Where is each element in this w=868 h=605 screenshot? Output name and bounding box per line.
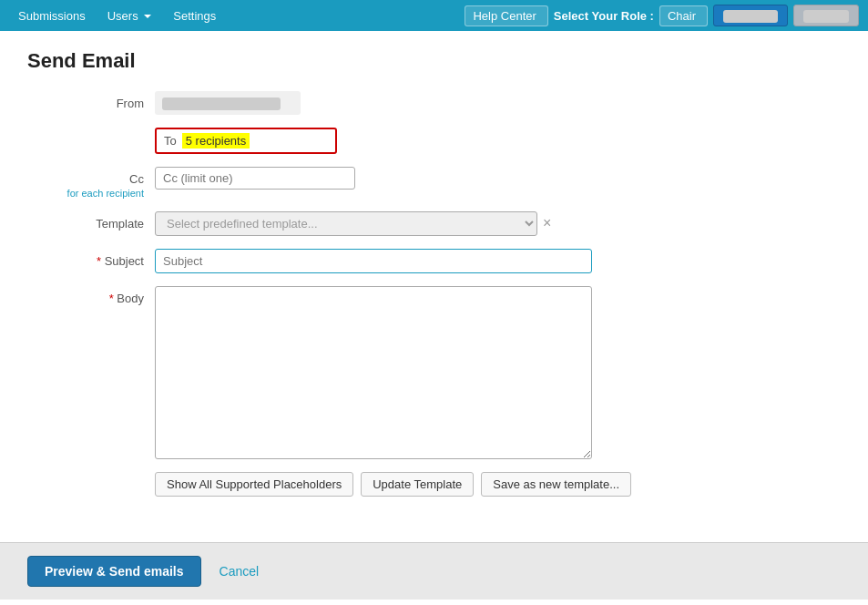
nav-settings[interactable]: Settings (164, 4, 225, 28)
action-buttons: Show All Supported Placeholders Update T… (155, 472, 683, 497)
cancel-btn[interactable]: Cancel (220, 564, 260, 579)
preview-send-btn[interactable]: Preview & Send emails (27, 556, 201, 587)
cc-row: Cc for each recipient (46, 167, 683, 199)
from-email-redacted (162, 97, 281, 110)
template-select-wrapper: Select predefined template... × (155, 211, 551, 236)
template-label: Template (46, 211, 155, 231)
help-center-dropdown[interactable]: Help Center (465, 5, 547, 26)
from-value (155, 91, 301, 115)
cc-sub-label: for each recipient (67, 188, 144, 199)
to-row: To 5 recipients (46, 128, 683, 154)
template-select[interactable]: Select predefined template... (155, 211, 537, 236)
nav-btn-1[interactable] (713, 5, 788, 26)
nav-btn-1-label (723, 10, 778, 23)
to-recipients-badge: 5 recipients (182, 133, 250, 149)
from-label: From (46, 91, 155, 110)
body-row: Body (46, 286, 683, 459)
navbar-left: Submissions Users Settings (9, 4, 225, 28)
select-role-label: Select Your Role : (554, 9, 654, 23)
save-template-btn[interactable]: Save as new template... (481, 472, 631, 497)
cc-input[interactable] (155, 167, 355, 190)
subject-label: Subject (46, 249, 155, 268)
footer-bar: Preview & Send emails Cancel (0, 542, 868, 600)
nav-btn-2[interactable] (793, 5, 859, 26)
from-row: From (46, 91, 683, 115)
nav-users[interactable]: Users (98, 4, 161, 28)
cc-label: Cc (129, 167, 144, 186)
page-content: Send Email From To 5 recipients Cc for e… (0, 31, 868, 515)
body-textarea[interactable] (155, 286, 592, 459)
to-box[interactable]: To 5 recipients (155, 128, 337, 154)
update-template-btn[interactable]: Update Template (361, 472, 474, 497)
subject-row: Subject (46, 249, 683, 273)
nav-btn-2-label (803, 10, 849, 23)
page-title: Send Email (27, 49, 841, 73)
template-row: Template Select predefined template... × (46, 211, 683, 236)
navbar: Submissions Users Settings Help Center S… (0, 0, 868, 31)
to-label: To (164, 134, 177, 148)
role-dropdown[interactable]: Chair (659, 5, 708, 26)
to-label-spacer (46, 128, 155, 133)
nav-submissions[interactable]: Submissions (9, 4, 95, 28)
users-caret-icon (144, 15, 151, 18)
template-clear-btn[interactable]: × (543, 216, 551, 231)
navbar-right: Help Center Select Your Role : Chair (465, 5, 859, 26)
body-label: Body (46, 286, 155, 305)
subject-input[interactable] (155, 249, 592, 273)
send-email-form: From To 5 recipients Cc for each recipie… (46, 91, 683, 497)
show-placeholders-btn[interactable]: Show All Supported Placeholders (155, 472, 353, 497)
